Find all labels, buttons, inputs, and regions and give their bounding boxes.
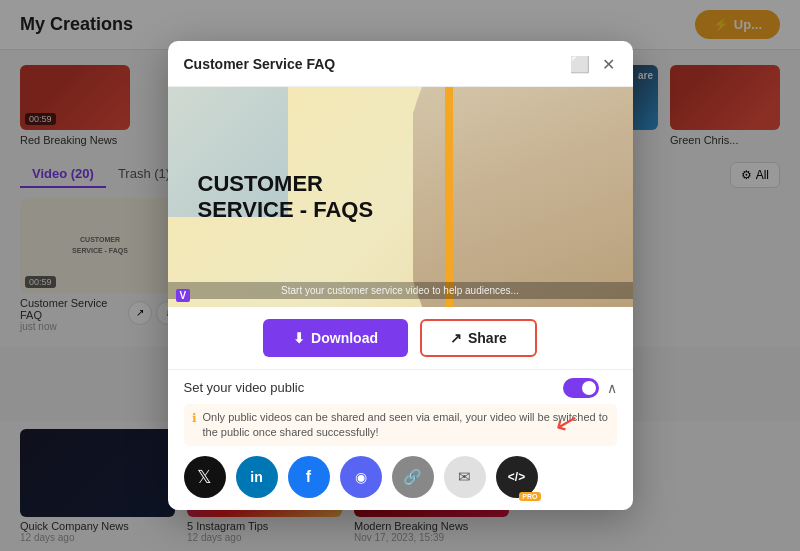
embed-icon[interactable]: </> PRO xyxy=(496,456,538,498)
modal-close-button[interactable]: ✕ xyxy=(600,53,617,76)
pro-badge: PRO xyxy=(519,492,540,501)
facebook-icon[interactable]: f xyxy=(288,456,330,498)
discord-icon[interactable]: ◉ xyxy=(340,456,382,498)
notice-text: Only public videos can be shared and see… xyxy=(203,410,609,441)
share-label: Share xyxy=(468,330,507,346)
download-icon: ⬇ xyxy=(293,330,305,346)
public-toggle[interactable] xyxy=(563,378,599,398)
share-section: Set your video public ∧ ℹ Only public vi… xyxy=(168,369,633,511)
toggle-label: Set your video public xyxy=(184,380,305,395)
linkedin-icon[interactable]: in xyxy=(236,456,278,498)
modal-controls: ⬜ ✕ xyxy=(568,53,617,76)
x-twitter-icon[interactable]: 𝕏 xyxy=(184,456,226,498)
modal-title: Customer Service FAQ xyxy=(184,56,336,72)
video-headline: CUSTOMER SERVICE - FAQS xyxy=(198,170,374,223)
share-notice: ℹ Only public videos can be shared and s… xyxy=(184,404,617,447)
v-watermark: V xyxy=(176,289,191,302)
modal-maximize-button[interactable]: ⬜ xyxy=(568,53,592,76)
modal-video-preview: CUSTOMER SERVICE - FAQS Start your custo… xyxy=(168,87,633,307)
modal: Customer Service FAQ ⬜ ✕ CUSTOMER SERVIC… xyxy=(168,41,633,511)
download-label: Download xyxy=(311,330,378,346)
chevron-up-icon[interactable]: ∧ xyxy=(607,380,617,396)
share-button[interactable]: ↗ Share xyxy=(420,319,537,357)
modal-actions: ⬇ Download ↗ Share xyxy=(168,307,633,369)
share-toggle-row: Set your video public ∧ xyxy=(184,370,617,404)
share-icon: ↗ xyxy=(450,330,462,346)
social-icons-row: 𝕏 in f ◉ 🔗 ✉ </> PRO xyxy=(184,456,617,498)
link-copy-icon[interactable]: 🔗 xyxy=(392,456,434,498)
video-bottom-text: Start your customer service video to hel… xyxy=(168,282,633,299)
modal-header: Customer Service FAQ ⬜ ✕ xyxy=(168,41,633,87)
modal-overlay: Customer Service FAQ ⬜ ✕ CUSTOMER SERVIC… xyxy=(0,0,800,551)
notice-icon: ℹ xyxy=(192,411,197,425)
email-icon[interactable]: ✉ xyxy=(444,456,486,498)
yellow-bar xyxy=(445,87,453,307)
video-text-block: CUSTOMER SERVICE - FAQS xyxy=(198,170,374,223)
download-button[interactable]: ⬇ Download xyxy=(263,319,408,357)
